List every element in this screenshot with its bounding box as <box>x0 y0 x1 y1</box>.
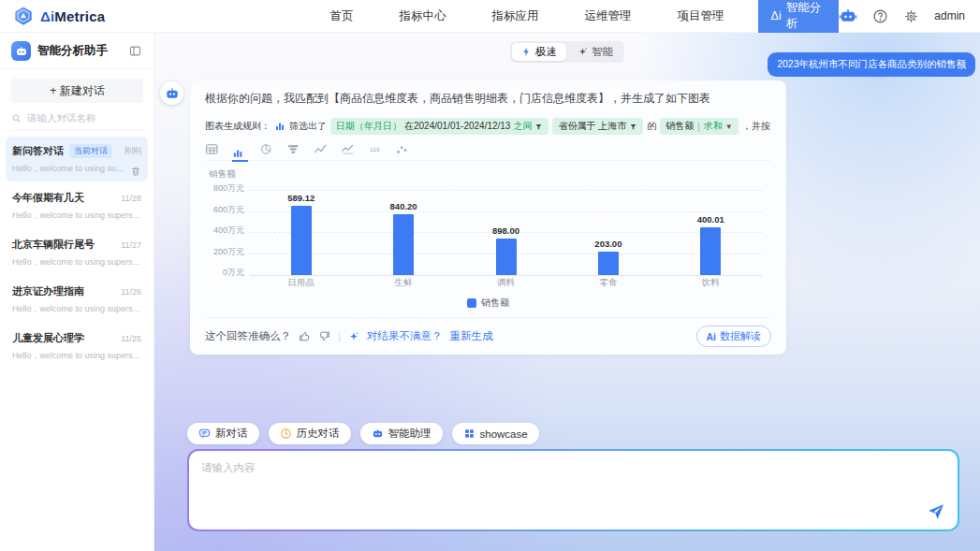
chat-title: 进京证办理指南 <box>12 284 84 298</box>
current-chat-badge: 当前对话 <box>69 144 112 158</box>
thumb-up-icon[interactable] <box>299 330 311 342</box>
chart-bar[interactable] <box>700 227 721 275</box>
chart-type-scatter-icon[interactable] <box>395 143 411 157</box>
regenerate-prompt[interactable]: 对结果不满意？ <box>367 329 443 343</box>
sidebar: 智能分析助手 + 新建对话 新问答对话当前对话刚刚Hello，welcome t… <box>0 33 154 551</box>
chart-type-pie-icon[interactable] <box>259 143 275 157</box>
user-message-bubble: 2023年杭州市不同门店各商品类别的销售额 <box>768 52 975 77</box>
search-input[interactable] <box>27 112 130 123</box>
chat-title: 今年假期有几天 <box>12 191 84 205</box>
username[interactable]: admin <box>934 9 965 22</box>
regenerate-link[interactable]: 重新生成 <box>450 329 493 343</box>
x-tick-label: 日用品 <box>287 277 314 289</box>
app-root: ΔiMetrica 首页指标中心指标应用运维管理项目管理 Δi 智能分析 adm… <box>0 0 980 551</box>
quick-action-showcase[interactable]: showcase <box>452 423 539 444</box>
lightning-bolt-icon <box>521 47 532 57</box>
data-interpret-button[interactable]: Ai 数据解读 <box>696 326 772 347</box>
filter-tag-date[interactable]: 日期（年月日）在2024/01/01-2024/12/13之间 <box>330 118 549 135</box>
filter-tag-region[interactable]: 省份属于 上海市 <box>552 118 643 135</box>
chart-type-line-icon[interactable] <box>314 143 329 157</box>
x-tick-label: 调料 <box>497 277 515 289</box>
feedback-question: 这个回答准确么？ <box>205 329 291 343</box>
chart-bar[interactable] <box>291 206 312 275</box>
y-tick-label: 800万元 <box>205 182 244 195</box>
y-tick-label: 200万元 <box>205 246 244 258</box>
chat-subtitle: Hello，welcome to using supersonic <box>12 163 126 175</box>
nav-item-运维管理[interactable]: 运维管理 <box>585 8 632 24</box>
chart-rules-row: 图表生成规则： 筛选出了 日期（年月日）在2024/01/01-2024/12/… <box>205 118 771 135</box>
assistant-avatar <box>160 81 183 105</box>
bar-value-label: 589.12 <box>287 193 314 203</box>
rules-of: 的 <box>647 120 656 133</box>
chat-item-sub: Hello，welcome to using supersonic <box>12 163 141 175</box>
chart-type-table-icon[interactable] <box>205 143 221 157</box>
bar-value-label: 203.00 <box>594 239 622 249</box>
tab-smart-analysis[interactable]: Δi 智能分析 <box>758 0 840 33</box>
main-area: 极速智能 2023年杭州市不同门店各商品类别的销售额 根据你的问题，我匹配到【商… <box>154 33 980 551</box>
chart-type-area-icon[interactable] <box>341 143 357 157</box>
chart-bar[interactable] <box>393 214 414 275</box>
nav-item-指标应用[interactable]: 指标应用 <box>492 8 539 24</box>
message-input[interactable] <box>189 451 958 529</box>
quick-action-label: 新对话 <box>215 427 248 441</box>
nav-item-项目管理[interactable]: 项目管理 <box>678 8 724 24</box>
mini-bar-chart-icon <box>274 121 285 132</box>
nav-item-指标中心[interactable]: 指标中心 <box>400 8 446 24</box>
chat-list-item[interactable]: 儿童发展心理学11/25Hello，welcome to using super… <box>6 324 148 369</box>
sidebar-title: 智能分析助手 <box>37 43 108 59</box>
metric-tag[interactable]: 销售额|求和 ▼ <box>660 118 739 135</box>
chat-time: 11/25 <box>121 334 141 343</box>
gridline <box>250 190 762 191</box>
chat-list-item[interactable]: 北京车辆限行尾号11/27Hello，welcome to using supe… <box>6 230 148 275</box>
help-icon[interactable] <box>872 8 888 24</box>
filter-funnel-icon[interactable] <box>629 123 637 131</box>
nav-menu: 首页指标中心指标应用运维管理项目管理 <box>330 8 724 24</box>
chart-bar[interactable] <box>598 252 619 275</box>
chat-list-item[interactable]: 进京证办理指南11/26Hello，welcome to using super… <box>6 277 148 322</box>
quick-action-智能助理[interactable]: 智能助理 <box>360 423 443 444</box>
mode-option-极速[interactable]: 极速 <box>512 43 566 61</box>
new-chat-button[interactable]: + 新建对话 <box>11 79 143 103</box>
chart-type-numbers-icon[interactable]: 123 <box>368 143 384 157</box>
panel-collapse-icon[interactable] <box>128 44 142 58</box>
rules-verb: 筛选出了 <box>289 120 327 133</box>
chat-item-top: 新问答对话当前对话刚刚 <box>12 144 141 158</box>
chat-time: 11/28 <box>121 194 141 203</box>
bar-value-label: 400.01 <box>697 214 724 225</box>
chat-time: 11/26 <box>121 287 141 297</box>
nav-item-首页[interactable]: 首页 <box>330 8 354 24</box>
legend-label: 销售额 <box>481 297 509 310</box>
chat-title: 儿童发展心理学 <box>12 331 84 345</box>
quick-action-历史对话[interactable]: 历史对话 <box>269 423 351 444</box>
settings-gear-icon[interactable] <box>903 8 919 24</box>
chat-search <box>11 109 142 131</box>
caret-down-icon[interactable]: ▼ <box>725 123 733 131</box>
chat-item-sub: Hello，welcome to using supersonic <box>12 210 141 222</box>
thumb-down-icon[interactable] <box>318 330 330 342</box>
chat-list-item[interactable]: 新问答对话当前对话刚刚Hello，welcome to using supers… <box>6 137 148 181</box>
chat-item-top: 今年假期有几天11/28 <box>12 191 141 205</box>
quick-action-新对话[interactable]: 新对话 <box>187 423 259 444</box>
trash-icon[interactable] <box>130 164 141 175</box>
quick-action-label: 智能助理 <box>388 427 431 441</box>
send-plane-icon[interactable] <box>927 502 945 521</box>
chat-subtitle: Hello，welcome to using supersonic <box>12 350 141 362</box>
chart-type-funnel-icon[interactable] <box>286 143 302 157</box>
chart-bar[interactable] <box>496 239 517 275</box>
chat-subtitle: Hello，welcome to using supersonic <box>12 303 141 315</box>
chart-type-bar-icon[interactable] <box>232 148 248 162</box>
rules-label: 图表生成规则： <box>205 120 271 133</box>
chat-list: 新问答对话当前对话刚刚Hello，welcome to using supers… <box>0 137 154 369</box>
assistant-robot-icon <box>372 428 384 440</box>
mode-option-智能[interactable]: 智能 <box>568 43 622 61</box>
filter-funnel-icon[interactable] <box>534 123 543 131</box>
bar-value-label: 898.00 <box>492 225 519 236</box>
brand-name: ΔiMetrica <box>40 8 105 24</box>
quick-actions: 新对话历史对话智能助理showcase <box>187 423 539 444</box>
y-tick-label: 400万元 <box>205 225 244 237</box>
brand[interactable]: ΔiMetrica <box>0 6 143 26</box>
assistant-robot-icon[interactable] <box>839 7 857 25</box>
mode-label: 极速 <box>535 45 557 59</box>
chat-list-item[interactable]: 今年假期有几天11/28Hello，welcome to using super… <box>6 183 148 228</box>
search-icon <box>11 113 22 123</box>
